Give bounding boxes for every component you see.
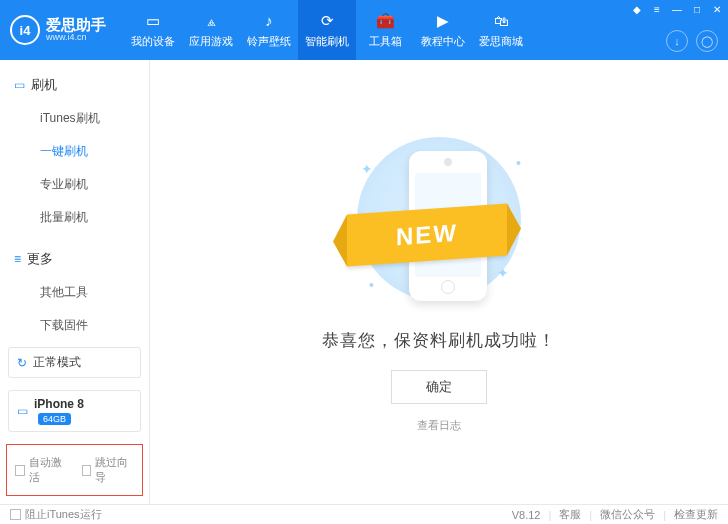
skip-guide-checkbox[interactable]: 跳过向导	[82, 455, 135, 485]
sidebar-item[interactable]: iTunes刷机	[0, 102, 149, 135]
window-controls: ◆ ≡ — □ ✕	[630, 2, 724, 16]
account-button[interactable]: ◯	[696, 30, 718, 52]
download-button[interactable]: ↓	[666, 30, 688, 52]
sidebar-mode-label: 正常模式	[33, 354, 81, 371]
section-title: 刷机	[31, 76, 57, 94]
status-bar: 阻止iTunes运行 V8.12 | 客服 | 微信公众号 | 检查更新	[0, 504, 728, 524]
footer-link-support[interactable]: 客服	[559, 507, 581, 522]
nav-item-1[interactable]: ⟁应用游戏	[182, 0, 240, 60]
refresh-icon: ↻	[17, 356, 27, 370]
nav-item-5[interactable]: ▶教程中心	[414, 0, 472, 60]
main-content: ✦ • • ✦ NEW 恭喜您，保资料刷机成功啦！ 确定 查看日志	[150, 60, 728, 504]
sidebar-device[interactable]: ▭ iPhone 8 64GB	[8, 390, 141, 432]
app-subtitle: www.i4.cn	[46, 32, 106, 43]
device-storage-badge: 64GB	[38, 413, 71, 425]
success-illustration: ✦ • • ✦ NEW	[339, 131, 539, 311]
sidebar-section-head: ▭刷机	[0, 70, 149, 100]
app-header: i4 爱思助手 www.i4.cn ▭我的设备⟁应用游戏♪铃声壁纸⟳智能刷机🧰工…	[0, 0, 728, 60]
checkbox-icon	[10, 509, 21, 520]
nav-icon: ⟁	[202, 12, 220, 30]
ok-button[interactable]: 确定	[391, 370, 487, 404]
nav-label: 工具箱	[369, 34, 402, 49]
section-title: 更多	[27, 250, 53, 268]
nav-icon: ▭	[144, 12, 162, 30]
footer-link-update[interactable]: 检查更新	[674, 507, 718, 522]
sidebar-item[interactable]: 一键刷机	[0, 135, 149, 168]
menu-button[interactable]: ≡	[650, 2, 664, 16]
version-label: V8.12	[512, 509, 541, 521]
close-button[interactable]: ✕	[710, 2, 724, 16]
view-log-link[interactable]: 查看日志	[417, 418, 461, 433]
sidebar-section-head: ≡更多	[0, 244, 149, 274]
nav-item-4[interactable]: 🧰工具箱	[356, 0, 414, 60]
nav-item-6[interactable]: 🛍爱思商城	[472, 0, 530, 60]
skin-button[interactable]: ◆	[630, 2, 644, 16]
nav-label: 教程中心	[421, 34, 465, 49]
app-title: 爱思助手	[46, 17, 106, 32]
sidebar-item[interactable]: 下载固件	[0, 309, 149, 341]
top-nav: ▭我的设备⟁应用游戏♪铃声壁纸⟳智能刷机🧰工具箱▶教程中心🛍爱思商城	[124, 0, 718, 60]
sidebar-mode[interactable]: ↻ 正常模式	[8, 347, 141, 378]
nav-icon: ▶	[434, 12, 452, 30]
nav-item-0[interactable]: ▭我的设备	[124, 0, 182, 60]
nav-item-3[interactable]: ⟳智能刷机	[298, 0, 356, 60]
success-message: 恭喜您，保资料刷机成功啦！	[322, 329, 556, 352]
logo-icon: i4	[10, 15, 40, 45]
nav-icon: 🛍	[492, 12, 510, 30]
header-right: ↓ ◯	[666, 30, 718, 52]
nav-item-2[interactable]: ♪铃声壁纸	[240, 0, 298, 60]
phone-icon: ▭	[17, 404, 28, 418]
footer-link-wechat[interactable]: 微信公众号	[600, 507, 655, 522]
nav-icon: ♪	[260, 12, 278, 30]
sidebar: ▭刷机iTunes刷机一键刷机专业刷机批量刷机≡更多其他工具下载固件高级功能 ↻…	[0, 60, 150, 504]
nav-label: 我的设备	[131, 34, 175, 49]
nav-label: 爱思商城	[479, 34, 523, 49]
logo: i4 爱思助手 www.i4.cn	[10, 15, 106, 45]
nav-label: 应用游戏	[189, 34, 233, 49]
sidebar-item[interactable]: 其他工具	[0, 276, 149, 309]
block-itunes-checkbox[interactable]: 阻止iTunes运行	[10, 507, 102, 522]
nav-icon: 🧰	[376, 12, 394, 30]
nav-label: 智能刷机	[305, 34, 349, 49]
sidebar-item[interactable]: 批量刷机	[0, 201, 149, 234]
minimize-button[interactable]: —	[670, 2, 684, 16]
section-icon: ≡	[14, 252, 21, 266]
nav-icon: ⟳	[318, 12, 336, 30]
checkbox-icon	[15, 465, 25, 476]
maximize-button[interactable]: □	[690, 2, 704, 16]
auto-activate-checkbox[interactable]: 自动激活	[15, 455, 68, 485]
checkbox-icon	[82, 465, 92, 476]
nav-label: 铃声壁纸	[247, 34, 291, 49]
sidebar-item[interactable]: 专业刷机	[0, 168, 149, 201]
section-icon: ▭	[14, 78, 25, 92]
sidebar-options-highlight: 自动激活 跳过向导	[6, 444, 143, 496]
device-name: iPhone 8	[34, 397, 84, 411]
